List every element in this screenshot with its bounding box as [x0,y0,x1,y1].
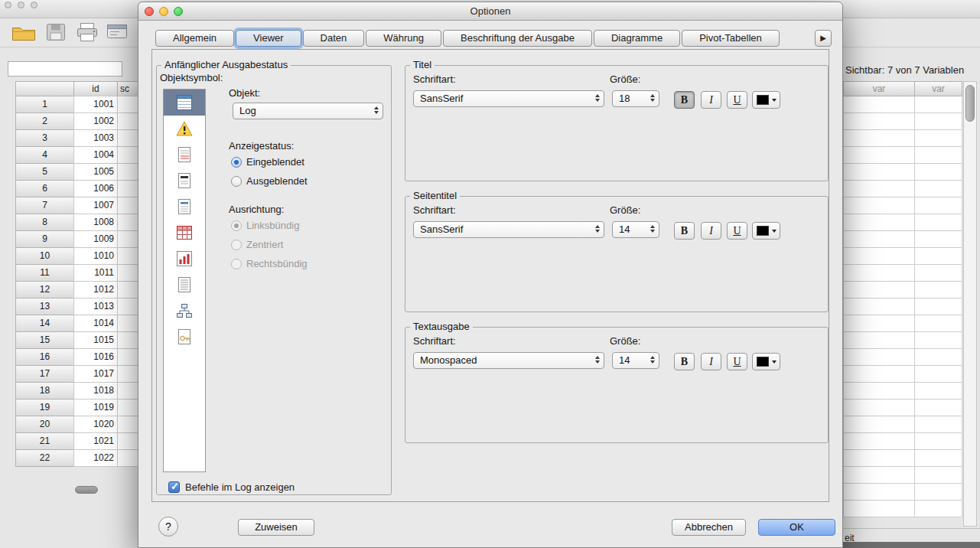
empty-cell[interactable] [843,214,915,231]
help-button[interactable]: ? [158,517,178,537]
horizontal-scrollbar-thumb[interactable] [75,486,98,494]
vertical-scrollbar[interactable] [963,81,977,527]
size-spinner[interactable]: 14 [612,221,659,238]
object-icon-tree[interactable] [164,298,205,324]
text-color-button[interactable] [752,91,780,109]
corner-header-cell[interactable] [15,81,74,96]
empty-cell[interactable] [843,129,915,147]
row-number[interactable]: 1 [15,96,74,113]
empty-cell[interactable] [843,281,915,298]
column-header-var[interactable]: var [843,81,915,96]
cell-id[interactable]: 1007 [73,197,118,214]
empty-cell[interactable] [843,163,915,181]
object-icon-notes[interactable] [164,142,205,168]
empty-cell[interactable] [843,416,915,433]
empty-cell[interactable] [914,298,962,315]
object-icon-log[interactable] [164,90,205,116]
cell-id[interactable]: 1004 [73,146,118,164]
cell-id[interactable]: 1013 [73,298,118,315]
empty-cell[interactable] [843,197,915,214]
underline-button[interactable]: U [727,222,747,240]
tab-daten[interactable]: Daten [303,30,365,47]
object-icon-page-title[interactable] [164,194,205,220]
cell-id[interactable]: 1006 [73,180,118,197]
empty-cell[interactable] [843,399,915,416]
empty-cell[interactable] [843,298,915,315]
bold-button[interactable]: B [674,91,695,109]
empty-cell[interactable] [914,264,962,282]
empty-cell[interactable] [914,281,962,298]
text-color-button[interactable] [752,222,780,240]
zoom-button-inactive[interactable] [31,2,37,8]
cancel-button[interactable]: Abbrechen [672,519,746,536]
row-number[interactable]: 11 [15,264,74,282]
column-header-var[interactable]: var [914,81,962,96]
empty-cell[interactable] [914,214,962,231]
empty-cell[interactable] [914,432,962,450]
cell-id[interactable]: 1008 [73,214,118,231]
tab-diagramme[interactable]: Diagramme [594,30,680,47]
open-file-icon[interactable] [11,21,37,46]
empty-cell[interactable] [843,96,915,113]
row-number[interactable]: 8 [15,214,74,231]
bold-button[interactable]: B [674,222,695,240]
row-number[interactable]: 17 [15,365,74,383]
empty-cell[interactable] [843,180,915,197]
save-icon[interactable] [44,21,67,46]
empty-cell[interactable] [914,180,962,197]
empty-cell[interactable] [914,466,962,484]
radio-ausgeblendet[interactable]: Ausgeblendet [231,175,308,187]
radio-eingeblendet[interactable]: Eingeblendet [231,156,304,168]
dialog-titlebar[interactable]: Optionen [138,2,842,21]
empty-cell[interactable] [843,113,915,130]
underline-button[interactable]: U [727,353,747,370]
font-family-select[interactable]: SansSerif [413,221,604,238]
ok-button[interactable]: OK [758,519,835,536]
tab-beschriftung-der-ausgabe[interactable]: Beschriftung der Ausgabe [443,30,592,47]
row-number[interactable]: 12 [15,281,74,298]
cell-id[interactable]: 1003 [73,129,118,147]
empty-cell[interactable] [843,432,915,450]
close-button[interactable] [145,7,154,16]
cell-id[interactable]: 1015 [73,331,118,349]
cell-id[interactable]: 1001 [73,96,118,113]
row-number[interactable]: 13 [15,298,74,315]
font-family-select[interactable]: Monospaced [413,352,604,369]
object-select[interactable]: Log [233,103,383,119]
empty-cell[interactable] [843,483,915,501]
row-number[interactable]: 18 [15,382,74,400]
empty-cell[interactable] [914,399,962,416]
empty-cell[interactable] [914,96,962,113]
empty-cell[interactable] [914,113,962,130]
cell-id[interactable]: 1017 [73,365,118,383]
row-number[interactable]: 6 [15,180,74,197]
size-spinner[interactable]: 18 [612,90,659,107]
cell-id[interactable]: 1012 [73,281,118,298]
tab-overflow-button[interactable]: ▶ [815,30,832,47]
cell-id[interactable]: 1010 [73,247,118,265]
object-icon-model[interactable] [164,324,205,350]
cell-id[interactable]: 1022 [73,449,118,467]
italic-button[interactable]: I [701,91,721,109]
empty-cell[interactable] [914,416,962,433]
row-number[interactable]: 16 [15,348,74,366]
cell-id[interactable]: 1016 [73,348,118,366]
cell-editor-field[interactable] [8,61,122,77]
close-button-inactive[interactable] [5,2,11,8]
empty-cell[interactable] [843,331,915,349]
cell-id[interactable]: 1021 [73,432,118,450]
row-number[interactable]: 5 [15,163,74,181]
empty-cell[interactable] [843,230,915,248]
tab-währung[interactable]: Währung [366,30,441,47]
column-header-id[interactable]: id [73,81,118,96]
cell-id[interactable]: 1020 [73,416,118,433]
empty-cell[interactable] [914,500,962,517]
object-icon-warnings[interactable] [164,116,205,142]
row-number[interactable]: 3 [15,129,74,147]
empty-cell[interactable] [914,315,962,332]
empty-cell[interactable] [914,230,962,248]
bold-button[interactable]: B [674,353,695,370]
object-icon-text-output[interactable] [164,272,205,298]
row-number[interactable]: 4 [15,146,74,164]
empty-cell[interactable] [843,466,915,484]
